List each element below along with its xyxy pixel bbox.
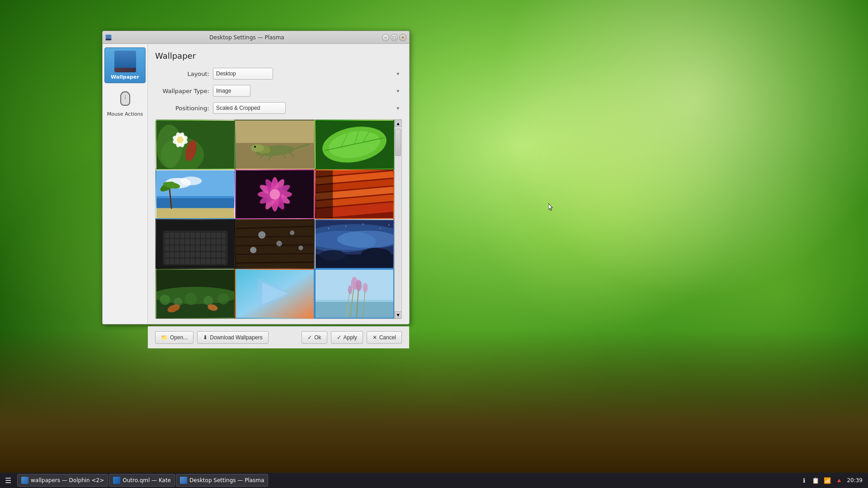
- apply-label: Apply: [344, 334, 357, 341]
- tray-wifi-icon[interactable]: 📶: [823, 476, 831, 484]
- menu-icon: ☰: [5, 476, 11, 485]
- svg-rect-111: [316, 302, 393, 318]
- wallpaper-thumb-12[interactable]: [315, 269, 394, 319]
- svg-point-103: [218, 293, 229, 305]
- wallpaper-thumb-9[interactable]: [315, 219, 394, 269]
- settings-icon: [180, 477, 187, 484]
- desktop-settings-label: Desktop Settings — Plasma: [189, 477, 264, 483]
- layout-label: Layout:: [155, 70, 209, 77]
- dialog-title: Desktop Settings — Plasma: [113, 34, 380, 41]
- svg-line-76: [236, 245, 314, 246]
- scrollbar-down-arrow[interactable]: ▼: [395, 311, 402, 319]
- dolphin-icon: [21, 477, 28, 484]
- svg-point-45: [270, 189, 280, 200]
- tray-battery-icon[interactable]: 🔺: [835, 476, 843, 484]
- download-label: Download Wallpapers: [210, 334, 262, 341]
- taskbar-app-kate[interactable]: Outro.qml — Kate: [109, 474, 175, 487]
- taskbar-right: ℹ 📋 📶 🔺 20:39: [800, 476, 866, 484]
- minimize-button[interactable]: −: [382, 34, 389, 41]
- taskbar-left: ☰ wallpapers — Dolphin <2> Outro.qml — K…: [2, 474, 268, 487]
- wallpaper-grid-container: ▲ ▼: [155, 119, 402, 319]
- wallpaper-thumb-4[interactable]: [156, 169, 235, 219]
- svg-point-88: [328, 228, 329, 229]
- svg-rect-53: [316, 170, 333, 218]
- sidebar-mouse-label: Mouse Actions: [107, 111, 143, 117]
- footer-left-buttons: 📁 Open... ⬇ Download Wallpapers: [155, 331, 269, 344]
- section-title: Wallpaper: [155, 51, 402, 61]
- wallpaper-thumb-7[interactable]: [156, 219, 235, 269]
- svg-point-79: [259, 231, 265, 238]
- download-wallpapers-button[interactable]: ⬇ Download Wallpapers: [197, 331, 268, 344]
- dialog-titlebar: Desktop Settings — Plasma − □ ✕: [103, 31, 409, 44]
- footer-right-buttons: ✓ Ok ✓ Apply ✕ Cancel: [302, 331, 402, 344]
- close-button[interactable]: ✕: [399, 34, 406, 41]
- svg-rect-33: [156, 198, 234, 211]
- wallpaper-thumb-8[interactable]: [235, 219, 315, 269]
- open-button[interactable]: 📁 Open...: [155, 331, 193, 344]
- wallpaper-type-label: Wallpaper Type:: [155, 88, 209, 94]
- wallpaper-type-row: Wallpaper Type: Image Color Slideshow: [155, 85, 402, 97]
- scrollbar-track: [395, 127, 401, 311]
- svg-point-81: [290, 230, 294, 235]
- svg-point-21: [254, 146, 256, 148]
- taskbar-apps: wallpapers — Dolphin <2> Outro.qml — Kat…: [17, 474, 268, 487]
- tray-info-icon[interactable]: ℹ: [800, 476, 808, 484]
- svg-rect-1: [106, 35, 111, 39]
- scrollbar-thumb[interactable]: [395, 129, 401, 156]
- svg-point-91: [380, 228, 381, 229]
- svg-point-94: [320, 250, 346, 260]
- titlebar-buttons: − □ ✕: [382, 34, 406, 41]
- positioning-select[interactable]: Scaled & Cropped Scaled Centered Tiled C…: [213, 102, 286, 114]
- svg-point-10: [177, 136, 184, 143]
- svg-point-32: [180, 177, 202, 185]
- cancel-button[interactable]: ✕ Cancel: [367, 331, 402, 344]
- svg-point-89: [345, 226, 346, 227]
- svg-point-20: [251, 144, 264, 152]
- wallpaper-thumb-6[interactable]: [315, 169, 394, 219]
- svg-point-92: [388, 225, 389, 225]
- wallpaper-type-select[interactable]: Image Color Slideshow: [213, 85, 250, 97]
- kate-icon: [113, 477, 120, 484]
- svg-point-101: [185, 293, 197, 305]
- wallpaper-thumb-5[interactable]: [235, 169, 315, 219]
- dialog-titlebar-icon: [105, 34, 112, 41]
- dialog-window: Desktop Settings — Plasma − □ ✕ Wallpape…: [102, 31, 410, 324]
- wallpaper-grid: [156, 120, 394, 319]
- scrollbar-up-arrow[interactable]: ▲: [395, 120, 402, 127]
- grid-scrollbar[interactable]: ▲ ▼: [394, 120, 401, 319]
- wallpaper-thumb-11[interactable]: [235, 269, 315, 319]
- mouse-icon: [114, 88, 136, 109]
- taskbar-app-dolphin[interactable]: wallpapers — Dolphin <2>: [17, 474, 108, 487]
- wallpaper-thumb-10[interactable]: [156, 269, 235, 319]
- svg-point-117: [356, 280, 362, 291]
- cancel-label: Cancel: [379, 334, 396, 341]
- layout-select-wrapper: Desktop Folder View Search and Launch: [213, 68, 402, 80]
- wallpaper-thumb-1[interactable]: [156, 120, 235, 169]
- ok-label: Ok: [314, 334, 321, 341]
- taskbar-menu-button[interactable]: ☰: [2, 474, 14, 487]
- svg-rect-2: [106, 39, 111, 40]
- dialog-footer: 📁 Open... ⬇ Download Wallpapers ✓ Ok ✓: [148, 326, 409, 348]
- wallpaper-icon: [114, 51, 136, 72]
- wallpaper-thumb-2[interactable]: [235, 120, 315, 169]
- layout-row: Layout: Desktop Folder View Search and L…: [155, 68, 402, 80]
- layout-select[interactable]: Desktop Folder View Search and Launch: [213, 68, 273, 80]
- folder-icon: 📁: [161, 334, 168, 341]
- positioning-row: Positioning: Scaled & Cropped Scaled Cen…: [155, 102, 402, 114]
- apply-button[interactable]: ✓ Apply: [331, 331, 363, 344]
- svg-point-82: [250, 247, 256, 253]
- ok-button[interactable]: ✓ Ok: [302, 331, 327, 344]
- sidebar-item-mouse-actions[interactable]: Mouse Actions: [104, 85, 146, 120]
- wallpaper-thumb-3[interactable]: [315, 120, 394, 169]
- cancel-icon: ✕: [373, 334, 377, 341]
- sidebar-item-wallpaper[interactable]: Wallpaper: [104, 47, 146, 83]
- dialog-sidebar: Wallpaper Mouse Actions: [103, 44, 148, 324]
- dialog-body: Wallpaper Mouse Actions Wallpaper Layout…: [103, 44, 409, 324]
- taskbar-app-desktop-settings[interactable]: Desktop Settings — Plasma: [176, 474, 268, 487]
- taskbar: ☰ wallpapers — Dolphin <2> Outro.qml — K…: [0, 473, 868, 488]
- maximize-button[interactable]: □: [391, 34, 398, 41]
- svg-point-119: [348, 286, 353, 294]
- positioning-label: Positioning:: [155, 105, 209, 112]
- tray-clipboard-icon[interactable]: 📋: [811, 476, 820, 484]
- dialog-main: Wallpaper Layout: Desktop Folder View Se…: [148, 44, 409, 326]
